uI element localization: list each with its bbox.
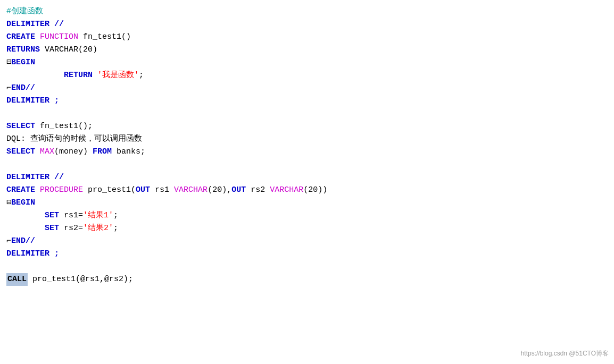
code-line-comment-dql: DQL: 查询语句的时候，可以调用函数: [6, 133, 608, 146]
max-function: MAX: [40, 146, 54, 158]
return-string: '我是函数': [97, 69, 139, 82]
code-line-begin2: ⊟ BEGIN: [6, 197, 608, 209]
code-line-create-procedure: CREATE PROCEDURE pro_test1( OUT rs1 VARC…: [6, 184, 608, 197]
code-line-delimiter2: DELIMITER ;: [6, 95, 608, 107]
function-keyword: FUNCTION: [40, 31, 78, 44]
out-keyword2: OUT: [231, 184, 246, 197]
set-keyword1: SET: [45, 209, 59, 222]
code-line-select-max: SELECT MAX (money) FROM banks;: [6, 146, 608, 158]
empty-line2: [6, 158, 608, 171]
empty-line1: [6, 107, 608, 120]
set-value1: '结果1': [83, 209, 113, 222]
comment-text: #创建函数: [6, 5, 43, 18]
set-value2: '结果2': [83, 222, 113, 235]
call-keyword: CALL: [6, 273, 28, 286]
comment-line: #创建函数: [6, 5, 608, 18]
dql-label: DQL: 查询语句的时候，可以调用函数: [6, 133, 142, 146]
empty-line3: [6, 260, 608, 273]
out-keyword1: OUT: [136, 184, 150, 197]
from-keyword: FROM: [93, 146, 112, 158]
varchar-keyword1: VARCHAR: [174, 184, 208, 197]
function-name: fn_test1(): [78, 31, 131, 44]
code-line-select1: SELECT fn_test1();: [6, 120, 608, 133]
procedure-keyword: PROCEDURE: [40, 184, 83, 197]
code-line-end2: ⌐ END//: [6, 235, 608, 248]
call-rest: pro_test1(@rs1,@rs2);: [28, 273, 133, 286]
delimiter-keyword2: DELIMITER ;: [6, 95, 59, 107]
code-line-create-function: CREATE FUNCTION fn_test1(): [6, 31, 608, 44]
code-line-delimiter4: DELIMITER ;: [6, 248, 608, 260]
set-keyword2: SET: [45, 222, 59, 235]
varchar-keyword2: VARCHAR: [270, 184, 303, 197]
end-prefix1: ⌐: [6, 82, 11, 95]
code-line-delimiter3: DELIMITER //: [6, 171, 608, 184]
returns-keyword: RETURNS: [6, 44, 40, 56]
watermark: https://blog.csdn @51CTO博客: [521, 349, 609, 359]
delimiter-keyword: DELIMITER //: [6, 18, 64, 31]
returns-type: VARCHAR(20): [40, 44, 97, 56]
delimiter-keyword3: DELIMITER //: [6, 171, 64, 184]
code-line-begin1: ⊟ BEGIN: [6, 56, 608, 69]
end-keyword2: END//: [11, 235, 35, 248]
end-keyword1: END//: [11, 82, 35, 95]
code-line-set1: SET rs1= '结果1' ;: [6, 209, 608, 222]
return-keyword: RETURN: [64, 69, 93, 82]
select-keyword2: SELECT: [6, 146, 35, 158]
code-line-return: RETURN '我是函数' ;: [6, 69, 608, 82]
end-prefix2: ⌐: [6, 235, 11, 248]
code-editor: #创建函数 DELIMITER // CREATE FUNCTION fn_te…: [0, 0, 614, 364]
begin-prefix2: ⊟: [6, 197, 11, 209]
code-line-end1: ⌐ END//: [6, 82, 608, 95]
select-fn: fn_test1();: [35, 120, 93, 133]
begin-keyword2: BEGIN: [11, 197, 35, 209]
begin-prefix: ⊟: [6, 56, 11, 69]
create-keyword: CREATE: [6, 31, 35, 44]
code-line-call: CALL pro_test1(@rs1,@rs2);: [6, 273, 608, 286]
delimiter-keyword4: DELIMITER ;: [6, 248, 59, 260]
code-line-set2: SET rs2= '结果2' ;: [6, 222, 608, 235]
code-line-delimiter1: DELIMITER //: [6, 18, 608, 31]
begin-keyword: BEGIN: [11, 56, 35, 69]
create-keyword2: CREATE: [6, 184, 35, 197]
select-keyword1: SELECT: [6, 120, 35, 133]
code-line-returns: RETURNS VARCHAR(20): [6, 44, 608, 56]
